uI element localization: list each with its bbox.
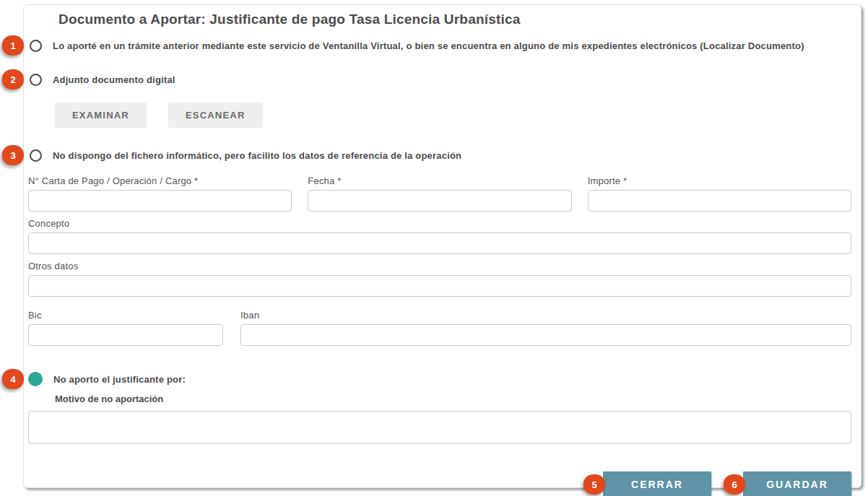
field-bic: Bic [28, 310, 223, 346]
field-carta-de-pago: N° Carta de Pago / Operación / Cargo * [28, 175, 292, 212]
annotation-badge-1: 1 [2, 35, 24, 56]
radio-previous-procedure[interactable] [30, 40, 42, 52]
cerrar-button-wrap: 5 CERRAR [603, 471, 711, 496]
examinar-button[interactable]: EXAMINAR [55, 103, 147, 128]
bic-iban-row: Bic Iban [28, 310, 851, 346]
page-title: Documento a Aportar: Justificante de pag… [58, 11, 851, 28]
iban-label: Iban [240, 310, 851, 321]
radio-no-file[interactable] [30, 149, 42, 162]
guardar-button[interactable]: GUARDAR [743, 471, 851, 496]
bic-label: Bic [28, 310, 223, 321]
iban-input[interactable] [240, 324, 851, 346]
option-row-no-justificante: 4 No aporto el justificante por: [28, 369, 851, 389]
otros-datos-input[interactable] [28, 275, 851, 297]
annotation-badge-4: 4 [2, 369, 24, 389]
annotation-badge-5: 5 [583, 474, 605, 495]
option-row-previous-procedure: 1 Lo aporté en un trámite anterior media… [28, 35, 851, 56]
concepto-input[interactable] [28, 232, 851, 254]
fecha-label: Fecha * [308, 175, 571, 186]
cerrar-button[interactable]: CERRAR [603, 471, 711, 496]
attach-buttons-row: EXAMINAR ESCANEAR [55, 103, 851, 128]
footer-actions: 5 CERRAR 6 GUARDAR [28, 471, 851, 496]
carta-de-pago-label: N° Carta de Pago / Operación / Cargo * [28, 175, 292, 186]
option-row-attach-digital: 2 Adjunto documento digital [28, 69, 851, 90]
radio-attach-digital[interactable] [30, 74, 42, 86]
annotation-badge-3: 3 [2, 145, 24, 165]
bic-input[interactable] [28, 324, 223, 346]
annotation-badge-2: 2 [2, 69, 24, 90]
fecha-input[interactable] [308, 190, 571, 212]
option-label-previous-procedure: Lo aporté en un trámite anterior mediant… [53, 40, 804, 51]
option-label-no-file: No dispongo del fichero informático, per… [53, 150, 461, 161]
carta-de-pago-input[interactable] [28, 190, 292, 212]
importe-input[interactable] [588, 190, 851, 212]
field-importe: Importe * [588, 175, 851, 212]
annotation-badge-6: 6 [724, 474, 745, 495]
field-otros-datos: Otros datos [28, 261, 851, 297]
field-iban: Iban [240, 310, 851, 346]
radio-no-justificante[interactable] [28, 372, 43, 386]
concepto-label: Concepto [28, 218, 851, 229]
field-concepto: Concepto [28, 218, 851, 254]
otros-datos-label: Otros datos [28, 261, 851, 271]
guardar-button-wrap: 6 GUARDAR [743, 471, 851, 496]
importe-label: Importe * [588, 175, 851, 186]
motivo-textarea[interactable] [28, 411, 851, 444]
option-label-no-justificante: No aporto el justificante por: [53, 374, 186, 385]
document-panel: Documento a Aportar: Justificante de pag… [23, 4, 862, 488]
field-fecha: Fecha * [308, 175, 571, 212]
option-label-attach-digital: Adjunto documento digital [53, 74, 175, 85]
escanear-button[interactable]: ESCANEAR [168, 103, 263, 128]
reference-fields-row: N° Carta de Pago / Operación / Cargo * F… [28, 175, 851, 212]
motivo-label: Motivo de no aportación [55, 393, 851, 404]
option-row-no-file: 3 No dispongo del fichero informático, p… [28, 145, 851, 165]
document-upload-screen: Documento a Aportar: Justificante de pag… [0, 0, 868, 496]
